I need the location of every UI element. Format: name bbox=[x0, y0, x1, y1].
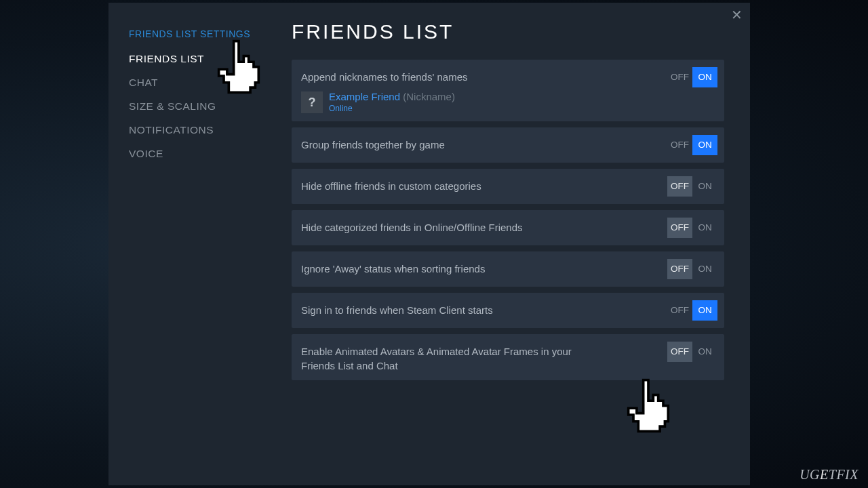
toggle-off[interactable]: OFF bbox=[667, 135, 692, 155]
toggle-off[interactable]: OFF bbox=[667, 259, 692, 279]
toggle-on[interactable]: ON bbox=[692, 135, 717, 155]
setting-row: Sign in to friends when Steam Client sta… bbox=[292, 293, 724, 328]
settings-list: Append nicknames to friends' names?Examp… bbox=[292, 60, 724, 380]
settings-window: ✕ FRIENDS LIST SETTINGS FRIENDS LISTCHAT… bbox=[108, 3, 750, 485]
toggle-on[interactable]: ON bbox=[692, 218, 717, 238]
sidebar-item-chat[interactable]: CHAT bbox=[129, 77, 271, 89]
setting-label: Sign in to friends when Steam Client sta… bbox=[301, 300, 493, 317]
main-panel: FRIENDS LIST Append nicknames to friends… bbox=[271, 3, 750, 485]
toggle-off[interactable]: OFF bbox=[667, 67, 692, 87]
toggle: OFFON bbox=[667, 300, 717, 321]
toggle: OFFON bbox=[667, 135, 717, 155]
setting-row: Hide offline friends in custom categorie… bbox=[292, 169, 724, 204]
toggle-on[interactable]: ON bbox=[692, 342, 717, 362]
sidebar-item-notifications[interactable]: NOTIFICATIONS bbox=[129, 124, 271, 136]
avatar: ? bbox=[301, 92, 323, 113]
toggle-on[interactable]: ON bbox=[692, 176, 717, 197]
setting-row: Ignore 'Away' status when sorting friend… bbox=[292, 251, 724, 287]
sidebar: FRIENDS LIST SETTINGS FRIENDS LISTCHATSI… bbox=[108, 3, 271, 485]
toggle: OFFON bbox=[667, 176, 717, 197]
toggle-on[interactable]: ON bbox=[692, 259, 717, 279]
toggle-off[interactable]: OFF bbox=[667, 218, 692, 238]
sidebar-item-friends-list[interactable]: FRIENDS LIST bbox=[129, 53, 271, 65]
setting-row: Append nicknames to friends' names?Examp… bbox=[292, 60, 724, 121]
sidebar-header: FRIENDS LIST SETTINGS bbox=[129, 28, 271, 39]
setting-row: Group friends together by gameOFFON bbox=[292, 127, 724, 163]
sidebar-item-voice[interactable]: VOICE bbox=[129, 148, 271, 160]
friend-nickname: (Nickname) bbox=[403, 91, 455, 102]
toggle-on[interactable]: ON bbox=[692, 67, 717, 87]
sidebar-item-size-scaling[interactable]: SIZE & SCALING bbox=[129, 100, 271, 113]
toggle: OFFON bbox=[667, 218, 717, 238]
sidebar-nav: FRIENDS LISTCHATSIZE & SCALINGNOTIFICATI… bbox=[129, 53, 271, 160]
setting-label: Group friends together by game bbox=[301, 135, 445, 152]
toggle: OFFON bbox=[667, 67, 717, 87]
example-friend: ?Example Friend (Nickname)Online bbox=[301, 91, 468, 113]
toggle-on[interactable]: ON bbox=[692, 300, 717, 321]
toggle-off[interactable]: OFF bbox=[667, 300, 692, 321]
close-icon[interactable]: ✕ bbox=[730, 8, 743, 22]
friend-name: Example Friend bbox=[329, 91, 400, 102]
setting-label: Enable Animated Avatars & Animated Avata… bbox=[301, 342, 593, 373]
toggle: OFFON bbox=[667, 342, 717, 362]
setting-label: Hide offline friends in custom categorie… bbox=[301, 176, 481, 193]
setting-label: Append nicknames to friends' names bbox=[301, 67, 468, 84]
watermark: UGETFIX bbox=[800, 467, 859, 483]
page-title: FRIENDS LIST bbox=[292, 20, 724, 43]
toggle-off[interactable]: OFF bbox=[667, 176, 692, 197]
setting-label: Hide categorized friends in Online/Offli… bbox=[301, 218, 523, 235]
toggle-off[interactable]: OFF bbox=[667, 342, 692, 362]
window-body: FRIENDS LIST SETTINGS FRIENDS LISTCHATSI… bbox=[108, 3, 750, 485]
setting-row: Hide categorized friends in Online/Offli… bbox=[292, 210, 724, 245]
setting-row: Enable Animated Avatars & Animated Avata… bbox=[292, 334, 724, 380]
friend-status: Online bbox=[329, 104, 455, 113]
setting-label: Ignore 'Away' status when sorting friend… bbox=[301, 259, 485, 276]
toggle: OFFON bbox=[667, 259, 717, 279]
